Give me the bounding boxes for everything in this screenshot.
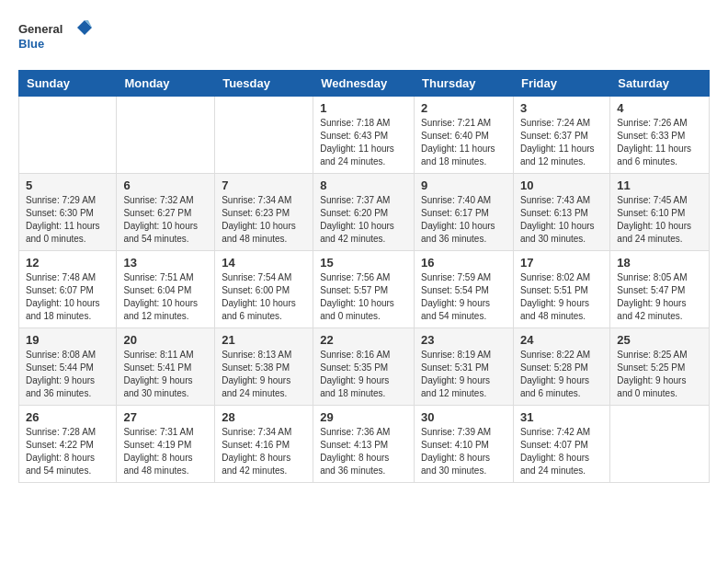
day-number: 23 [421, 333, 506, 347]
day-number: 22 [320, 333, 407, 347]
calendar-day-cell: 26Sunrise: 7:28 AM Sunset: 4:22 PM Dayli… [19, 406, 117, 483]
day-info: Sunrise: 8:13 AM Sunset: 5:38 PM Dayligh… [222, 349, 306, 400]
day-info: Sunrise: 8:08 AM Sunset: 5:44 PM Dayligh… [26, 349, 109, 400]
day-info: Sunrise: 8:02 AM Sunset: 5:51 PM Dayligh… [520, 271, 603, 323]
day-info: Sunrise: 7:45 AM Sunset: 6:10 PM Dayligh… [617, 194, 702, 246]
weekday-header-tuesday: Tuesday [215, 71, 313, 97]
day-number: 12 [26, 256, 109, 270]
weekday-header-row: SundayMondayTuesdayWednesdayThursdayFrid… [19, 71, 710, 97]
day-number: 8 [320, 178, 407, 192]
calendar-day-cell: 8Sunrise: 7:37 AM Sunset: 6:20 PM Daylig… [313, 174, 415, 251]
day-number: 4 [617, 101, 702, 115]
calendar-week-row: 19Sunrise: 8:08 AM Sunset: 5:44 PM Dayli… [19, 328, 710, 406]
calendar-day-cell: 14Sunrise: 7:54 AM Sunset: 6:00 PM Dayli… [215, 251, 313, 328]
calendar-day-cell: 20Sunrise: 8:11 AM Sunset: 5:41 PM Dayli… [117, 328, 215, 406]
calendar-day-cell: 25Sunrise: 8:25 AM Sunset: 5:25 PM Dayli… [610, 328, 710, 406]
day-info: Sunrise: 7:48 AM Sunset: 6:07 PM Dayligh… [26, 271, 109, 323]
day-info: Sunrise: 7:29 AM Sunset: 6:30 PM Dayligh… [26, 194, 109, 246]
day-number: 9 [421, 178, 506, 192]
calendar-day-cell: 30Sunrise: 7:39 AM Sunset: 4:10 PM Dayli… [415, 406, 514, 483]
calendar-table: SundayMondayTuesdayWednesdayThursdayFrid… [18, 70, 710, 483]
day-number: 10 [520, 178, 603, 192]
day-info: Sunrise: 8:19 AM Sunset: 5:31 PM Dayligh… [421, 349, 506, 400]
calendar-day-cell: 10Sunrise: 7:43 AM Sunset: 6:13 PM Dayli… [513, 174, 609, 251]
calendar-day-cell: 23Sunrise: 8:19 AM Sunset: 5:31 PM Dayli… [415, 328, 514, 406]
calendar-day-cell: 4Sunrise: 7:26 AM Sunset: 6:33 PM Daylig… [610, 97, 710, 174]
day-number: 29 [320, 410, 407, 424]
weekday-header-wednesday: Wednesday [313, 71, 415, 97]
day-number: 1 [320, 101, 407, 115]
day-info: Sunrise: 7:34 AM Sunset: 6:23 PM Dayligh… [222, 194, 306, 246]
calendar-day-cell: 1Sunrise: 7:18 AM Sunset: 6:43 PM Daylig… [313, 97, 415, 174]
day-info: Sunrise: 7:40 AM Sunset: 6:17 PM Dayligh… [421, 194, 506, 246]
day-number: 15 [320, 256, 407, 270]
day-info: Sunrise: 8:25 AM Sunset: 5:25 PM Dayligh… [617, 349, 702, 400]
calendar-day-cell: 7Sunrise: 7:34 AM Sunset: 6:23 PM Daylig… [215, 174, 313, 251]
calendar-day-cell: 9Sunrise: 7:40 AM Sunset: 6:17 PM Daylig… [415, 174, 514, 251]
day-info: Sunrise: 7:36 AM Sunset: 4:13 PM Dayligh… [320, 426, 407, 477]
calendar-day-cell: 28Sunrise: 7:34 AM Sunset: 4:16 PM Dayli… [215, 406, 313, 483]
day-info: Sunrise: 7:34 AM Sunset: 4:16 PM Dayligh… [222, 426, 306, 477]
day-number: 30 [421, 410, 506, 424]
calendar-day-cell: 18Sunrise: 8:05 AM Sunset: 5:47 PM Dayli… [610, 251, 710, 328]
day-info: Sunrise: 7:21 AM Sunset: 6:40 PM Dayligh… [421, 117, 506, 168]
calendar-day-cell: 17Sunrise: 8:02 AM Sunset: 5:51 PM Dayli… [513, 251, 609, 328]
calendar-day-cell: 21Sunrise: 8:13 AM Sunset: 5:38 PM Dayli… [215, 328, 313, 406]
day-info: Sunrise: 7:42 AM Sunset: 4:07 PM Dayligh… [520, 426, 603, 477]
day-number: 18 [617, 256, 702, 270]
calendar-day-cell: 11Sunrise: 7:45 AM Sunset: 6:10 PM Dayli… [610, 174, 710, 251]
day-info: Sunrise: 7:24 AM Sunset: 6:37 PM Dayligh… [520, 117, 603, 168]
calendar-day-cell: 22Sunrise: 8:16 AM Sunset: 5:35 PM Dayli… [313, 328, 415, 406]
day-number: 20 [123, 333, 208, 347]
day-number: 31 [520, 410, 603, 424]
calendar-day-cell: 3Sunrise: 7:24 AM Sunset: 6:37 PM Daylig… [513, 97, 609, 174]
day-info: Sunrise: 7:54 AM Sunset: 6:00 PM Dayligh… [222, 271, 306, 323]
day-number: 2 [421, 101, 506, 115]
calendar-day-cell: 15Sunrise: 7:56 AM Sunset: 5:57 PM Dayli… [313, 251, 415, 328]
page-header: General Blue [18, 18, 710, 55]
day-info: Sunrise: 7:37 AM Sunset: 6:20 PM Dayligh… [320, 194, 407, 246]
day-number: 7 [222, 178, 306, 192]
svg-text:Blue: Blue [18, 37, 44, 51]
calendar-day-cell: 27Sunrise: 7:31 AM Sunset: 4:19 PM Dayli… [117, 406, 215, 483]
day-number: 6 [123, 178, 208, 192]
day-number: 25 [617, 333, 702, 347]
empty-cell [19, 97, 117, 174]
weekday-header-sunday: Sunday [19, 71, 117, 97]
day-info: Sunrise: 7:59 AM Sunset: 5:54 PM Dayligh… [421, 271, 506, 323]
day-info: Sunrise: 7:18 AM Sunset: 6:43 PM Dayligh… [320, 117, 407, 168]
day-info: Sunrise: 7:51 AM Sunset: 6:04 PM Dayligh… [123, 271, 208, 323]
calendar-week-row: 1Sunrise: 7:18 AM Sunset: 6:43 PM Daylig… [19, 97, 710, 174]
day-info: Sunrise: 8:22 AM Sunset: 5:28 PM Dayligh… [520, 349, 603, 400]
day-number: 24 [520, 333, 603, 347]
day-number: 28 [222, 410, 306, 424]
day-number: 17 [520, 256, 603, 270]
svg-marker-2 [77, 20, 92, 35]
day-number: 11 [617, 178, 702, 192]
svg-text:General: General [18, 22, 63, 36]
day-info: Sunrise: 7:28 AM Sunset: 4:22 PM Dayligh… [26, 426, 109, 477]
calendar-day-cell: 6Sunrise: 7:32 AM Sunset: 6:27 PM Daylig… [117, 174, 215, 251]
calendar-day-cell: 24Sunrise: 8:22 AM Sunset: 5:28 PM Dayli… [513, 328, 609, 406]
day-number: 16 [421, 256, 506, 270]
calendar-day-cell: 31Sunrise: 7:42 AM Sunset: 4:07 PM Dayli… [513, 406, 609, 483]
day-info: Sunrise: 8:05 AM Sunset: 5:47 PM Dayligh… [617, 271, 702, 323]
weekday-header-friday: Friday [513, 71, 609, 97]
day-info: Sunrise: 7:31 AM Sunset: 4:19 PM Dayligh… [123, 426, 208, 477]
day-number: 5 [26, 178, 109, 192]
calendar-day-cell: 12Sunrise: 7:48 AM Sunset: 6:07 PM Dayli… [19, 251, 117, 328]
weekday-header-monday: Monday [117, 71, 215, 97]
calendar-day-cell: 5Sunrise: 7:29 AM Sunset: 6:30 PM Daylig… [19, 174, 117, 251]
day-number: 14 [222, 256, 306, 270]
calendar-week-row: 26Sunrise: 7:28 AM Sunset: 4:22 PM Dayli… [19, 406, 710, 483]
empty-cell [117, 97, 215, 174]
day-info: Sunrise: 8:11 AM Sunset: 5:41 PM Dayligh… [123, 349, 208, 400]
day-info: Sunrise: 7:43 AM Sunset: 6:13 PM Dayligh… [520, 194, 603, 246]
day-number: 27 [123, 410, 208, 424]
calendar-day-cell: 13Sunrise: 7:51 AM Sunset: 6:04 PM Dayli… [117, 251, 215, 328]
calendar-day-cell: 29Sunrise: 7:36 AM Sunset: 4:13 PM Dayli… [313, 406, 415, 483]
day-info: Sunrise: 7:26 AM Sunset: 6:33 PM Dayligh… [617, 117, 702, 168]
weekday-header-saturday: Saturday [610, 71, 710, 97]
day-number: 19 [26, 333, 109, 347]
day-number: 21 [222, 333, 306, 347]
